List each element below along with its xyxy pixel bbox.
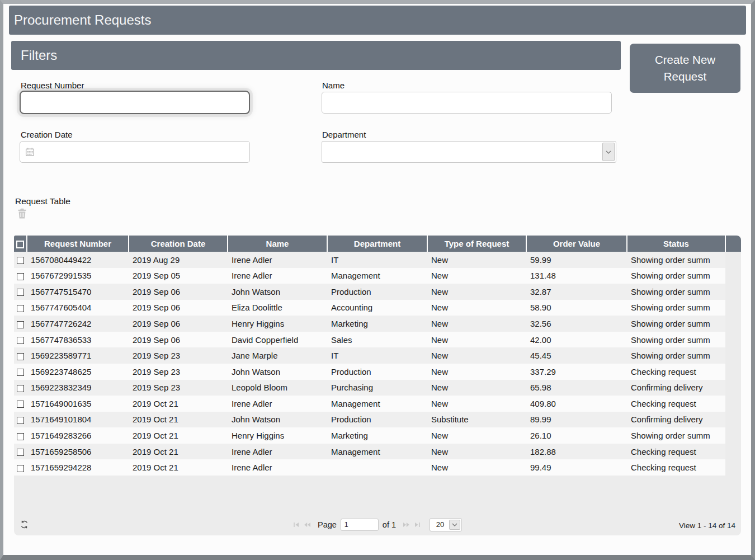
page-size-value: 20 xyxy=(430,520,448,529)
chevron-down-icon xyxy=(606,150,611,154)
cell-status: Showing order summ xyxy=(627,332,725,348)
cell-order-value: 182.88 xyxy=(526,444,627,460)
cell-department: Marketing xyxy=(327,316,427,332)
cell-department: Management xyxy=(327,396,427,412)
scrollbar-spacer-cell xyxy=(725,284,741,300)
row-checkbox[interactable] xyxy=(17,465,24,472)
cell-order-value: 26.10 xyxy=(526,427,627,444)
cell-order-value: 337.29 xyxy=(526,364,627,380)
first-page-button[interactable] xyxy=(293,521,300,528)
cell-type-of-request: New xyxy=(427,427,526,444)
cell-name: Irene Adler xyxy=(228,459,327,476)
cell-status: Showing order summ xyxy=(627,316,725,332)
creation-date-input[interactable] xyxy=(20,141,250,163)
cell-creation-date: 2019 Sep 23 xyxy=(129,347,228,364)
row-checkbox[interactable] xyxy=(17,369,24,376)
table-row[interactable]: 15692237486252019 Sep 23John WatsonProdu… xyxy=(14,364,741,380)
cell-type-of-request: New xyxy=(427,284,526,300)
row-checkbox[interactable] xyxy=(17,289,24,296)
row-checkbox[interactable] xyxy=(17,401,24,408)
cell-department: Production xyxy=(327,412,427,428)
column-header-status[interactable]: Status xyxy=(627,236,725,252)
last-page-button[interactable] xyxy=(414,521,421,528)
scrollbar-spacer-cell xyxy=(725,427,741,444)
table-row[interactable]: 15677476054042019 Sep 06Eliza DoolittleA… xyxy=(14,300,741,316)
page-size-select[interactable]: 20 xyxy=(430,518,462,531)
cell-creation-date: 2019 Oct 21 xyxy=(129,427,228,444)
previous-page-button[interactable] xyxy=(304,521,311,528)
row-checkbox[interactable] xyxy=(17,321,24,328)
table-row[interactable]: 15716490016352019 Oct 21Irene AdlerManag… xyxy=(14,396,741,412)
row-select-cell xyxy=(14,364,27,380)
cell-department: Management xyxy=(327,444,427,460)
column-header-order-value[interactable]: Order Value xyxy=(526,236,627,252)
cell-department: Purchasing xyxy=(327,380,427,396)
cell-order-value: 45.45 xyxy=(526,347,627,364)
scrollbar-spacer-cell xyxy=(725,364,741,380)
delete-selected-button[interactable] xyxy=(17,208,27,219)
next-page-button[interactable] xyxy=(403,521,410,528)
table-row[interactable]: 15692238323492019 Sep 23Leopold BloomPur… xyxy=(14,380,741,396)
request-number-input[interactable] xyxy=(20,91,250,114)
cell-status: Checking request xyxy=(627,459,725,476)
cell-order-value: 65.98 xyxy=(526,380,627,396)
name-input[interactable] xyxy=(322,92,612,114)
previous-page-icon xyxy=(304,521,311,528)
column-header-creation-date[interactable]: Creation Date xyxy=(129,236,228,252)
column-header-department[interactable]: Department xyxy=(327,236,427,252)
table-row[interactable]: 15677477262422019 Sep 06Henry HigginsMar… xyxy=(14,316,741,332)
row-checkbox[interactable] xyxy=(17,337,24,344)
cell-name: John Watson xyxy=(228,412,327,428)
page-size-select-button[interactable] xyxy=(449,520,460,530)
table-row[interactable]: 15676729915352019 Sep 05Irene AdlerManag… xyxy=(14,268,741,284)
table-row[interactable]: 15670804494222019 Aug 29Irene AdlerITNew… xyxy=(14,252,741,268)
select-all-checkbox[interactable] xyxy=(16,241,24,248)
table-row[interactable]: 15716592585062019 Oct 21Irene AdlerManag… xyxy=(14,444,741,460)
table-row[interactable]: 15677478365332019 Sep 06David Copperfiel… xyxy=(14,332,741,348)
cell-name: John Watson xyxy=(228,284,327,300)
row-checkbox[interactable] xyxy=(17,417,24,424)
creation-date-label: Creation Date xyxy=(21,130,73,139)
cell-type-of-request: Substitute xyxy=(427,412,526,428)
row-checkbox[interactable] xyxy=(17,449,24,456)
cell-request-number: 1571649001635 xyxy=(27,396,129,412)
cell-status: Showing order summ xyxy=(627,284,725,300)
department-select[interactable] xyxy=(322,141,616,163)
table-row[interactable]: 15677475154702019 Sep 06John WatsonProdu… xyxy=(14,284,741,300)
cell-creation-date: 2019 Sep 23 xyxy=(129,364,228,380)
cell-name: Eliza Doolittle xyxy=(228,300,327,316)
calendar-icon[interactable] xyxy=(25,147,35,157)
row-checkbox[interactable] xyxy=(17,305,24,312)
page-input[interactable] xyxy=(341,519,379,531)
cell-request-number: 1569223832349 xyxy=(27,380,129,396)
cell-name: Irene Adler xyxy=(228,396,327,412)
cell-department: Management xyxy=(327,268,427,284)
row-checkbox[interactable] xyxy=(17,353,24,360)
column-header-name[interactable]: Name xyxy=(228,236,327,252)
cell-order-value: 409.80 xyxy=(526,396,627,412)
scrollbar-spacer-cell xyxy=(725,444,741,460)
first-page-icon xyxy=(293,521,300,528)
department-select-button[interactable] xyxy=(602,143,615,161)
column-header-request-number[interactable]: Request Number xyxy=(27,236,129,252)
cell-creation-date: 2019 Oct 21 xyxy=(129,412,228,428)
row-checkbox[interactable] xyxy=(17,385,24,392)
cell-type-of-request: New xyxy=(427,252,526,268)
cell-type-of-request: New xyxy=(427,347,526,364)
cell-status: Showing order summ xyxy=(627,268,725,284)
row-checkbox[interactable] xyxy=(17,433,24,440)
row-checkbox[interactable] xyxy=(17,273,24,280)
table-row[interactable]: 15716491018042019 Oct 21John WatsonProdu… xyxy=(14,412,741,428)
column-header-type-of-request[interactable]: Type of Request xyxy=(427,236,526,252)
row-checkbox[interactable] xyxy=(17,257,24,264)
table-row[interactable]: 15716492832662019 Oct 21Henry HigginsMar… xyxy=(14,427,741,444)
cell-order-value: 42.00 xyxy=(526,332,627,348)
last-page-icon xyxy=(414,521,421,528)
table-row[interactable]: 15692235897712019 Sep 23Jane MarpleITNew… xyxy=(14,347,741,364)
cell-creation-date: 2019 Sep 05 xyxy=(129,268,228,284)
table-row[interactable]: 15716592942282019 Oct 21Irene AdlerNew99… xyxy=(14,459,741,476)
cell-status: Showing order summ xyxy=(627,300,725,316)
create-new-request-button[interactable]: Create New Request xyxy=(630,44,740,93)
cell-type-of-request: New xyxy=(427,459,526,476)
row-select-cell xyxy=(14,252,27,268)
